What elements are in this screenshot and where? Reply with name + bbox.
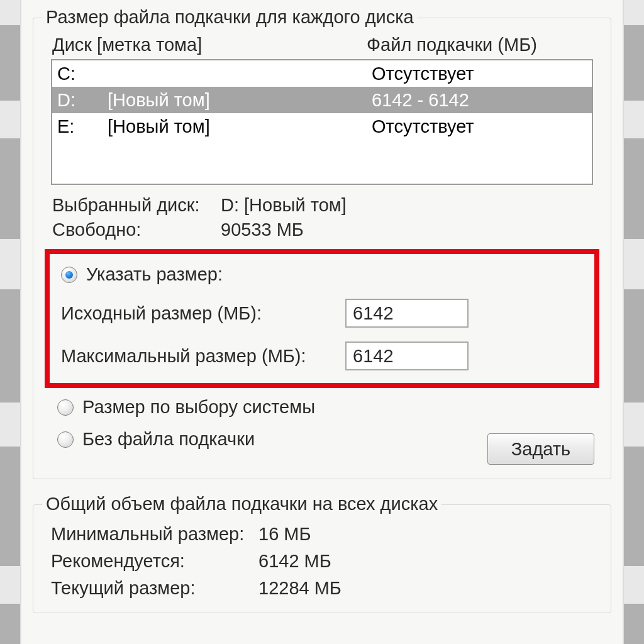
max-size-label: Максимальный размер (МБ): — [61, 346, 345, 367]
radio-icon[interactable] — [61, 267, 77, 283]
per-drive-legend: Размер файла подкачки для каждого диска — [42, 7, 418, 28]
initial-size-input[interactable] — [345, 299, 469, 328]
header-drive: Диск [метка тома] — [52, 35, 367, 55]
drive-pagefile: Отсутствует — [372, 60, 587, 87]
drive-letter: E: — [57, 113, 108, 140]
rec-size-label: Рекомендуется: — [51, 551, 258, 572]
drive-letter: D: — [57, 87, 108, 113]
selected-drive-row: Выбранный диск: D: [Новый том] — [52, 195, 593, 216]
drive-letter: C: — [57, 60, 108, 87]
radio-none-label: Без файла подкачки — [82, 429, 255, 450]
cur-size-label: Текущий размер: — [51, 578, 258, 599]
drive-volume-label — [108, 60, 372, 87]
max-size-input[interactable] — [345, 341, 469, 370]
radio-icon[interactable] — [57, 399, 74, 416]
drive-row[interactable]: C:Отсутствует — [52, 60, 592, 87]
rec-size-value: 6142 МБ — [258, 551, 593, 572]
total-legend: Общий объем файла подкачки на всех диска… — [42, 494, 441, 514]
header-file: Файл подкачки (МБ) — [367, 35, 593, 55]
min-size-value: 16 МБ — [258, 524, 593, 545]
min-size-row: Минимальный размер: 16 МБ — [51, 524, 593, 545]
selected-drive-label: Выбранный диск: — [52, 195, 221, 216]
min-size-label: Минимальный размер: — [51, 524, 258, 545]
cur-size-row: Текущий размер: 12284 МБ — [51, 578, 593, 599]
set-button[interactable]: Задать — [487, 433, 594, 465]
per-drive-groupbox: Размер файла подкачки для каждого диска … — [33, 18, 611, 479]
total-groupbox: Общий объем файла подкачки на всех диска… — [33, 504, 611, 613]
virtual-memory-dialog: Размер файла подкачки для каждого диска … — [20, 0, 624, 644]
radio-icon[interactable] — [57, 431, 74, 448]
free-space-row: Свободно: 90533 МБ — [52, 219, 593, 240]
drive-list-headers: Диск [метка тома] Файл подкачки (МБ) — [52, 35, 593, 55]
rec-size-row: Рекомендуется: 6142 МБ — [51, 551, 593, 572]
free-space-value: 90533 МБ — [221, 219, 593, 240]
free-space-label: Свободно: — [52, 219, 221, 240]
drive-row[interactable]: E:[Новый том]Отсутствует — [52, 113, 592, 140]
radio-custom-label: Указать размер: — [86, 264, 223, 285]
radio-system-managed[interactable]: Размер по выбору системы — [57, 397, 593, 418]
selected-drive-value: D: [Новый том] — [221, 195, 593, 216]
cur-size-value: 12284 МБ — [258, 578, 593, 599]
drive-row[interactable]: D:[Новый том]6142 - 6142 — [52, 87, 592, 113]
initial-size-label: Исходный размер (МБ): — [61, 303, 345, 324]
drive-pagefile: Отсутствует — [372, 113, 587, 140]
drive-pagefile: 6142 - 6142 — [372, 87, 587, 113]
custom-size-highlight: Указать размер: Исходный размер (МБ): Ма… — [45, 249, 599, 388]
drive-volume-label: [Новый том] — [108, 87, 372, 113]
drive-volume-label: [Новый том] — [108, 113, 372, 140]
drive-list[interactable]: C:ОтсутствуетD:[Новый том]6142 - 6142E:[… — [51, 59, 593, 185]
radio-custom-size[interactable]: Указать размер: — [61, 264, 583, 285]
radio-system-label: Размер по выбору системы — [82, 397, 315, 418]
